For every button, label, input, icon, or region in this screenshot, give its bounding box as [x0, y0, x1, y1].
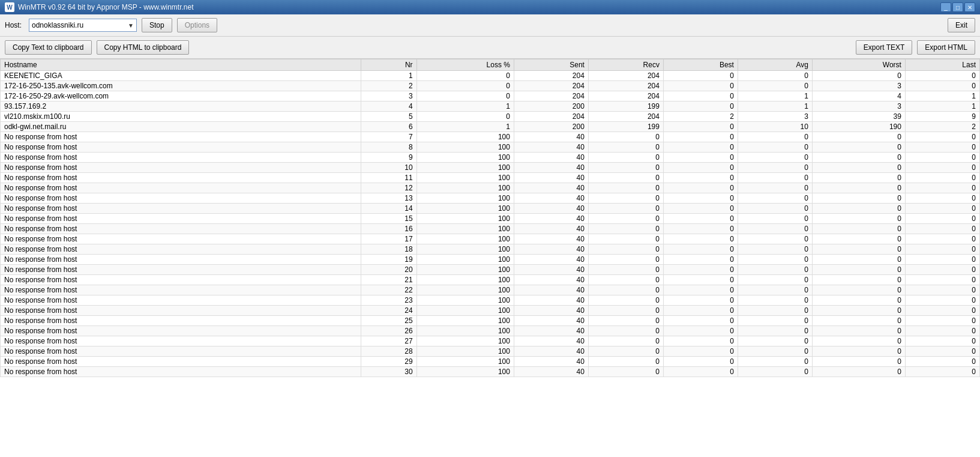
table-row: No response from host251004000000: [1, 316, 980, 326]
cell-col-hostname: No response from host: [1, 193, 361, 204]
cell-col-recv: 199: [588, 101, 663, 112]
cell-col-loss: 100: [416, 295, 514, 306]
cell-col-nr: 5: [361, 112, 416, 122]
cell-col-nr: 29: [361, 357, 416, 367]
title-bar: W WinMTR v0.92 64 bit by Appnor MSP - ww…: [0, 0, 980, 14]
cell-col-worst: 0: [812, 265, 905, 275]
cell-col-hostname: No response from host: [1, 214, 361, 224]
header-best: Best: [663, 59, 738, 71]
table-header-row: Hostname Nr Loss % Sent Recv Best Avg Wo…: [1, 59, 980, 71]
clipboard-right: Export TEXT Export HTML: [856, 40, 975, 55]
host-input[interactable]: odnoklassniki.ru ▼: [29, 19, 137, 32]
table-row: No response from host211004000000: [1, 275, 980, 285]
table-row: No response from host271004000000: [1, 336, 980, 347]
copy-text-button[interactable]: Copy Text to clipboard: [5, 40, 92, 55]
table-row: No response from host111004000000: [1, 173, 980, 183]
cell-col-loss: 0: [416, 91, 514, 101]
cell-col-hostname: No response from host: [1, 142, 361, 153]
clipboard-left: Copy Text to clipboard Copy HTML to clip…: [5, 40, 189, 55]
cell-col-sent: 204: [514, 71, 588, 81]
cell-col-sent: 40: [514, 244, 588, 255]
cell-col-best: 0: [663, 122, 738, 132]
cell-col-avg: 0: [738, 224, 812, 234]
cell-col-worst: 0: [812, 347, 905, 357]
options-button[interactable]: Options: [177, 18, 217, 32]
cell-col-loss: 100: [416, 326, 514, 336]
cell-col-sent: 40: [514, 132, 588, 142]
cell-col-recv: 0: [588, 285, 663, 295]
cell-col-last: 1: [905, 101, 979, 112]
maximize-button[interactable]: □: [952, 2, 963, 12]
header-hostname: Hostname: [1, 59, 361, 71]
cell-col-avg: 0: [738, 265, 812, 275]
cell-col-best: 0: [663, 255, 738, 265]
copy-html-button[interactable]: Copy HTML to clipboard: [97, 40, 190, 55]
cell-col-recv: 0: [588, 367, 663, 377]
cell-col-sent: 204: [514, 91, 588, 101]
cell-col-worst: 0: [812, 234, 905, 244]
cell-col-recv: 204: [588, 91, 663, 101]
close-window-button[interactable]: ✕: [964, 2, 975, 12]
cell-col-loss: 0: [416, 71, 514, 81]
cell-col-best: 0: [663, 275, 738, 285]
cell-col-last: 0: [905, 132, 979, 142]
table-row: No response from host71004000000: [1, 132, 980, 142]
cell-col-hostname: No response from host: [1, 132, 361, 142]
cell-col-hostname: No response from host: [1, 347, 361, 357]
cell-col-last: 0: [905, 367, 979, 377]
cell-col-loss: 100: [416, 163, 514, 173]
cell-col-nr: 9: [361, 153, 416, 163]
cell-col-sent: 40: [514, 357, 588, 367]
cell-col-best: 0: [663, 204, 738, 214]
cell-col-loss: 100: [416, 214, 514, 224]
cell-col-best: 0: [663, 224, 738, 234]
cell-col-hostname: No response from host: [1, 173, 361, 183]
cell-col-recv: 0: [588, 347, 663, 357]
cell-col-worst: 0: [812, 357, 905, 367]
cell-col-sent: 40: [514, 183, 588, 193]
cell-col-best: 0: [663, 142, 738, 153]
cell-col-avg: 0: [738, 193, 812, 204]
cell-col-hostname: No response from host: [1, 295, 361, 306]
minimize-button[interactable]: _: [940, 2, 951, 12]
cell-col-sent: 40: [514, 285, 588, 295]
table-row: No response from host261004000000: [1, 326, 980, 336]
cell-col-last: 0: [905, 193, 979, 204]
cell-col-avg: 0: [738, 81, 812, 91]
cell-col-last: 0: [905, 244, 979, 255]
cell-col-recv: 0: [588, 316, 663, 326]
cell-col-recv: 0: [588, 224, 663, 234]
dropdown-arrow-icon: ▼: [128, 22, 134, 29]
cell-col-sent: 40: [514, 326, 588, 336]
cell-col-hostname: No response from host: [1, 285, 361, 295]
cell-col-recv: 0: [588, 326, 663, 336]
export-text-button[interactable]: Export TEXT: [856, 40, 912, 55]
window-controls[interactable]: _ □ ✕: [940, 2, 975, 12]
cell-col-nr: 3: [361, 91, 416, 101]
cell-col-hostname: No response from host: [1, 367, 361, 377]
cell-col-nr: 6: [361, 122, 416, 132]
cell-col-best: 0: [663, 306, 738, 316]
cell-col-worst: 0: [812, 275, 905, 285]
cell-col-best: 0: [663, 347, 738, 357]
cell-col-loss: 100: [416, 255, 514, 265]
export-html-button[interactable]: Export HTML: [917, 40, 975, 55]
cell-col-last: 0: [905, 336, 979, 347]
cell-col-worst: 190: [812, 122, 905, 132]
cell-col-nr: 13: [361, 193, 416, 204]
cell-col-last: 0: [905, 347, 979, 357]
cell-col-worst: 39: [812, 112, 905, 122]
cell-col-recv: 0: [588, 336, 663, 347]
cell-col-last: 0: [905, 224, 979, 234]
cell-col-best: 0: [663, 91, 738, 101]
cell-col-worst: 0: [812, 153, 905, 163]
cell-col-recv: 0: [588, 163, 663, 173]
cell-col-avg: 0: [738, 153, 812, 163]
cell-col-last: 0: [905, 163, 979, 173]
cell-col-sent: 40: [514, 214, 588, 224]
cell-col-last: 0: [905, 71, 979, 81]
exit-button[interactable]: Exit: [948, 18, 975, 32]
cell-col-recv: 204: [588, 81, 663, 91]
stop-button[interactable]: Stop: [142, 18, 172, 32]
cell-col-loss: 100: [416, 275, 514, 285]
